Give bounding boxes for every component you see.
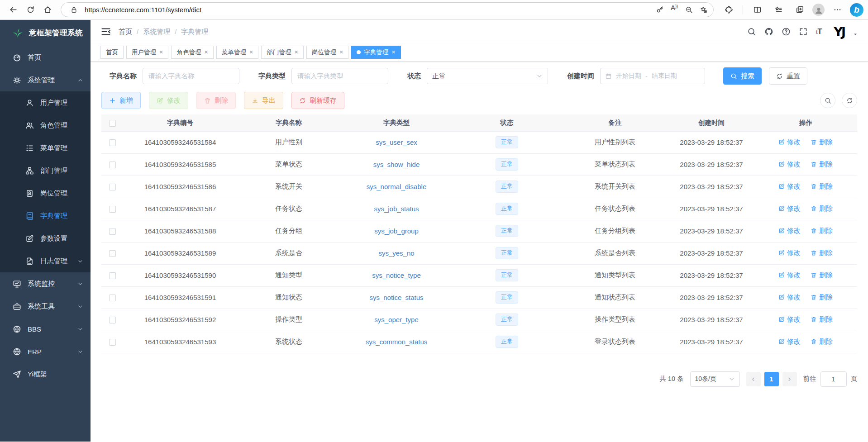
more-menu-icon[interactable] [829,2,846,18]
sidebar-item-monitor[interactable]: 系统监控 [0,272,91,295]
sidebar-item-params[interactable]: 参数设置 [0,227,91,250]
github-icon[interactable] [764,27,773,36]
favorites-icon[interactable] [770,2,787,18]
row-edit-button[interactable]: 修改 [778,271,801,280]
edit-button[interactable]: 修改 [149,92,188,109]
browser-back-button[interactable] [5,2,22,18]
row-delete-button[interactable]: 删除 [811,249,833,257]
dict-type-link[interactable]: sys_yes_no [378,249,414,257]
row-edit-button[interactable]: 修改 [778,160,801,169]
row-delete-button[interactable]: 删除 [811,204,833,213]
breadcrumb-item[interactable]: 字典管理 [170,28,208,36]
app-logo[interactable]: 意框架管理系统 [0,20,91,46]
row-checkbox[interactable] [109,184,116,190]
close-tab-icon[interactable]: × [159,49,163,56]
tab-user[interactable]: 用户管理 × [126,46,168,59]
row-checkbox[interactable] [109,228,116,235]
dict-type-link[interactable]: sys_job_status [374,205,419,213]
row-delete-button[interactable]: 删除 [811,227,833,235]
font-size-icon[interactable]: tT [816,28,822,36]
password-key-icon[interactable] [653,4,667,16]
page-size-select[interactable]: 10条/页 [690,371,740,387]
dict-type-link[interactable]: sys_notice_status [369,294,423,301]
close-tab-icon[interactable]: × [204,49,208,56]
sidebar-item-tools[interactable]: 系统工具 [0,295,91,318]
sidebar-item-system[interactable]: 系统管理 [0,69,91,91]
row-delete-button[interactable]: 删除 [811,138,833,147]
sidebar-item-roles[interactable]: 角色管理 [0,114,91,137]
sidebar-item-erp[interactable]: ERP [0,340,91,363]
dict-type-link[interactable]: sys_show_hide [373,161,420,168]
profile-avatar[interactable] [812,4,825,16]
copilot-icon[interactable]: b [850,3,863,17]
row-edit-button[interactable]: 修改 [778,249,801,257]
row-checkbox[interactable] [109,162,116,168]
tab-dict[interactable]: 字典管理 × [351,46,401,59]
dict-type-input[interactable] [291,68,388,84]
dict-type-link[interactable]: sys_job_group [374,227,419,235]
profile-caret-icon[interactable] [853,32,858,37]
reset-button[interactable]: 重置 [769,67,807,85]
url-text[interactable]: https://ccnetcore.com:1101/system/dict [85,6,653,14]
row-delete-button[interactable]: 删除 [811,315,833,324]
sidebar-item-home[interactable]: 首页 [0,46,91,69]
toggle-search-button[interactable] [820,93,835,108]
sidebar-item-menus[interactable]: 菜单管理 [0,137,91,159]
current-page-button[interactable]: 1 [764,372,779,386]
row-checkbox[interactable] [109,272,116,279]
search-icon[interactable] [747,27,756,36]
row-checkbox[interactable] [109,339,116,346]
breadcrumb-item[interactable]: 首页 [119,28,132,36]
row-edit-button[interactable]: 修改 [778,182,801,191]
row-delete-button[interactable]: 删除 [811,182,833,191]
tab-dept[interactable]: 部门管理 × [261,46,303,59]
dict-name-input[interactable] [143,68,239,84]
delete-button[interactable]: 删除 [196,92,236,109]
export-button[interactable]: 导出 [244,92,283,109]
status-select[interactable]: 正常 [427,68,548,84]
row-edit-button[interactable]: 修改 [778,204,801,213]
select-all-checkbox[interactable] [109,120,116,127]
address-bar[interactable]: https://ccnetcore.com:1101/system/dict A… [61,2,714,17]
row-checkbox[interactable] [109,206,116,213]
tab-home[interactable]: 首页 [100,46,124,59]
tab-post[interactable]: 岗位管理 × [306,46,348,59]
row-edit-button[interactable]: 修改 [778,227,801,235]
fullscreen-icon[interactable] [799,27,808,36]
tab-role[interactable]: 角色管理 × [171,46,213,59]
browser-reload-button[interactable] [22,2,39,18]
refresh-cache-button[interactable]: 刷新缓存 [291,92,344,109]
extensions-icon[interactable] [720,2,737,18]
date-range-picker[interactable]: 开始日期 - 结束日期 [600,68,705,84]
close-tab-icon[interactable]: × [391,49,395,56]
dict-type-link[interactable]: sys_notice_type [372,271,421,279]
sidebar-item-posts[interactable]: 岗位管理 [0,182,91,204]
sidebar-item-logs[interactable]: 日志管理 [0,250,91,272]
dict-type-link[interactable]: sys_common_status [366,338,428,346]
read-aloud-icon[interactable]: A)) [667,4,682,16]
close-tab-icon[interactable]: × [249,49,253,56]
row-delete-button[interactable]: 删除 [811,293,833,302]
close-tab-icon[interactable]: × [339,49,343,56]
prev-page-button[interactable]: ‹ [746,372,761,386]
collapse-sidebar-icon[interactable] [100,26,111,37]
zoom-out-icon[interactable] [682,4,696,16]
sidebar-item-bbs[interactable]: BBS [0,318,91,340]
sidebar-item-users[interactable]: 用户管理 [0,91,91,114]
tab-menu[interactable]: 菜单管理 × [216,46,258,59]
row-edit-button[interactable]: 修改 [778,293,801,302]
row-delete-button[interactable]: 删除 [811,160,833,169]
org-logo[interactable]: YJ [834,25,844,39]
row-delete-button[interactable]: 删除 [811,337,833,346]
row-checkbox[interactable] [109,295,116,301]
site-security-lock-icon[interactable] [67,4,81,16]
close-tab-icon[interactable]: × [294,49,298,56]
browser-home-button[interactable] [39,2,56,18]
split-screen-icon[interactable] [749,2,766,18]
row-checkbox[interactable] [109,139,116,146]
row-checkbox[interactable] [109,317,116,323]
search-button[interactable]: 搜索 [723,67,762,85]
refresh-table-button[interactable] [842,93,857,108]
breadcrumb-item[interactable]: 系统管理 [132,28,170,36]
goto-page-input[interactable] [820,371,847,387]
